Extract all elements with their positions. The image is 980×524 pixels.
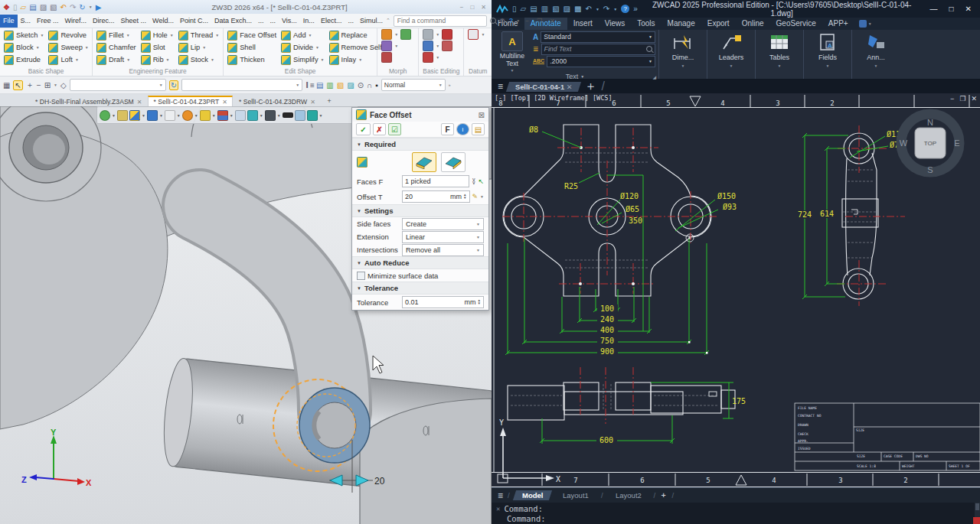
window-zoom-icon[interactable] [235, 110, 246, 121]
section-view-icon[interactable] [200, 110, 211, 121]
tab-tools[interactable]: Tools [631, 18, 661, 30]
dimension-dropdown-icon[interactable]: ▼ [681, 63, 685, 68]
curvature-icon[interactable] [307, 110, 318, 121]
undo-icon[interactable]: ↶ [60, 3, 67, 11]
zw3d-menu-electrode[interactable]: Elect... [318, 15, 345, 28]
pick-cursor-icon[interactable]: ↖ [478, 177, 484, 185]
stock-button[interactable]: Stock▼ [176, 54, 221, 66]
hole-button[interactable]: Hole▼ [139, 29, 176, 41]
title-block[interactable]: FILE NAME CONTRACT NO DRAWN CHECK APPR. … [795, 403, 980, 470]
view-compass[interactable]: N E S W TOP [900, 114, 960, 174]
side-dim-labels[interactable]: 724 614 Ø110 Ø72 [795, 130, 905, 219]
draft-button[interactable]: Draft▼ [94, 54, 139, 66]
zw3d-maximize-button[interactable]: □ [468, 4, 476, 11]
wireframe-cube-icon[interactable] [165, 110, 175, 121]
apply-button[interactable]: ☑ [388, 123, 401, 135]
pan-icon[interactable] [247, 110, 258, 121]
simplify-button[interactable]: Simplify▼ [279, 54, 327, 66]
tolerance-input[interactable]: 0.01 mm ▲▼ [402, 296, 484, 308]
add-layout-button[interactable]: ＋ [660, 490, 668, 500]
multiline-text-button[interactable]: A Multiline Text ▼ [495, 31, 530, 73]
drawing-restore-button[interactable]: ❐ [959, 95, 965, 103]
f-button[interactable]: F [441, 123, 454, 135]
ribbon-style-icon[interactable] [859, 20, 867, 28]
zw3d-menu-file[interactable]: File [0, 15, 18, 28]
history-clock-icon[interactable]: ⊙ [358, 81, 364, 90]
print-icon[interactable]: ▨ [40, 3, 47, 11]
doc-teal-icon[interactable]: ▨ [347, 81, 354, 90]
doc-tab-drawing[interactable]: * SellI-C-01-04.Z3DRW✕ [234, 97, 320, 106]
new-file-icon[interactable]: ▯ [512, 5, 517, 13]
display-monitor-icon[interactable] [265, 110, 276, 121]
find-text-input[interactable]: Find Text [541, 44, 655, 55]
fields-dropdown-icon[interactable]: ▼ [826, 63, 830, 68]
target-point-icon[interactable] [217, 110, 228, 121]
preview-icon[interactable]: ▩ [574, 5, 581, 13]
frame-select-icon[interactable]: ⊞ [44, 81, 51, 90]
search-icon[interactable] [490, 18, 496, 24]
polygon-select-icon[interactable]: ◇ [60, 81, 67, 90]
zwcad-drawing-canvas[interactable]: − ❐ ✕ 8 7 6 5 4 3 2 [492, 93, 980, 487]
zw3d-menu-more2[interactable]: ... [267, 15, 279, 28]
save-icon[interactable]: ▤ [29, 3, 36, 11]
zw3d-minimize-button[interactable]: − [458, 4, 466, 11]
zw3d-menu-direct[interactable]: Direc... [90, 15, 118, 28]
close-icon[interactable]: ✕ [222, 99, 227, 106]
doc-restore-button[interactable]: ❐ [534, 18, 544, 24]
save-as-icon[interactable]: ▥ [541, 5, 548, 13]
fillet-button[interactable]: Fillet▼ [94, 29, 139, 41]
section-settings[interactable]: ▼Settings [352, 204, 488, 217]
offset-mode-multi-button[interactable] [441, 152, 466, 172]
minimize-surface-checkbox[interactable] [357, 272, 365, 280]
drawing-minimize-button[interactable]: − [950, 95, 954, 103]
pattern-button[interactable]: ▼ [420, 30, 455, 39]
ok-button[interactable]: ✓ [356, 123, 371, 135]
rib-button[interactable]: Rib▼ [139, 54, 176, 66]
tab-online[interactable]: Online [736, 18, 770, 30]
thread-button[interactable]: Thread▼ [176, 29, 221, 41]
auto-regen-icon[interactable]: ↻ [169, 80, 178, 90]
offset-input[interactable]: 20 mm ▲▼ [402, 190, 470, 203]
filter-grid-icon[interactable]: ▦ [3, 81, 10, 90]
thicken-button[interactable]: Thicken [225, 54, 279, 66]
text-group-footer[interactable]: Text▼ ◢ [492, 73, 658, 80]
info-button[interactable]: i [456, 123, 469, 135]
loft-button[interactable]: Loft▼ [46, 54, 90, 66]
file-tab-active[interactable]: SellI-C-01-04-1 ✕ [506, 82, 582, 92]
top-view-dim-labels[interactable]: 600 175 [596, 397, 746, 444]
tab-export[interactable]: Export [701, 18, 736, 30]
ribbon-style-dropdown-icon[interactable]: ▼ [868, 21, 872, 26]
doc-minimize-button[interactable]: − [523, 18, 531, 24]
zw3d-menu-visualize[interactable]: Vis... [279, 15, 300, 28]
close-icon[interactable]: ✕ [137, 99, 142, 106]
help-icon[interactable]: ? [509, 17, 514, 24]
selection-combo[interactable]: ▼ [181, 79, 302, 91]
tab-insert[interactable]: Insert [567, 18, 599, 30]
dialog-launcher-icon[interactable]: ◢ [652, 74, 656, 80]
solid-block-icon[interactable]: ▪ [375, 81, 378, 90]
divide-button[interactable]: Divide▼ [279, 41, 327, 54]
shell-button[interactable]: Shell [225, 41, 279, 54]
lip-button[interactable]: Lip▼ [176, 41, 221, 54]
doc-green-icon[interactable]: ▥ [326, 81, 333, 90]
drawing-close-button[interactable]: ✕ [971, 95, 977, 103]
regen-icon[interactable]: ↻ [79, 3, 85, 11]
settings-gear-icon[interactable]: ⚙ [499, 17, 506, 25]
background-icon[interactable] [295, 110, 305, 121]
folder-orange-icon[interactable]: ▧ [337, 81, 344, 90]
top-view-geometry[interactable] [508, 382, 735, 420]
tab-views[interactable]: Views [599, 18, 632, 30]
add-entity-icon[interactable]: ＋ [26, 80, 34, 90]
offset-mode-single-button[interactable] [412, 152, 436, 172]
command-scrollbar[interactable] [975, 503, 980, 524]
leaders-dropdown-icon[interactable]: ▼ [730, 63, 733, 68]
new-file-icon[interactable]: ▯ [13, 3, 18, 11]
zw3d-menu-simulation[interactable]: Simul... [357, 15, 386, 28]
close-icon[interactable]: ✕ [567, 83, 573, 91]
fields-group-button[interactable]: A Fields ▼ [804, 30, 852, 79]
shading-mode-icon[interactable] [100, 110, 110, 121]
toolbar-overflow-icon[interactable]: » [449, 83, 451, 87]
annotation-dropdown-icon[interactable]: ▼ [874, 63, 878, 68]
offset-spinner[interactable]: ▲▼ [463, 194, 466, 200]
file-tabs-menu-icon[interactable]: ≡ [498, 81, 503, 92]
